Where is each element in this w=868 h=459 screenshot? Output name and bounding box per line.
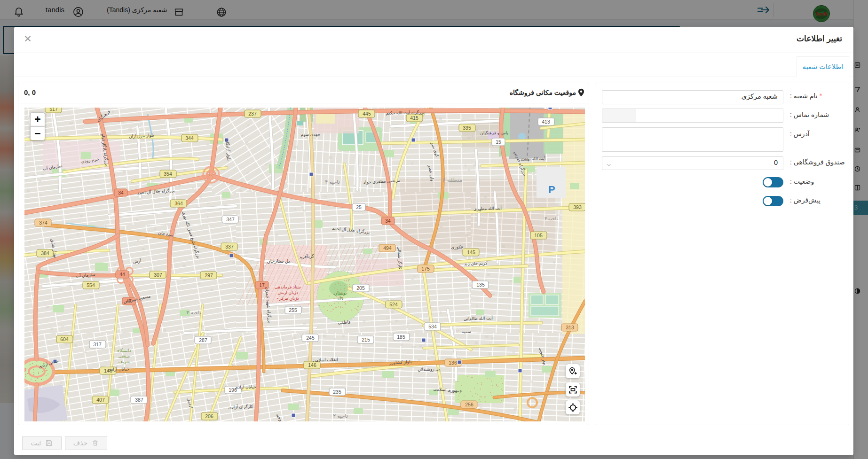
svg-text:صنعتی: صنعتی bbox=[118, 354, 130, 358]
svg-text:235: 235 bbox=[333, 389, 341, 395]
svg-text:ستاد فرماندهی: ستاد فرماندهی bbox=[275, 285, 301, 289]
svg-text:384: 384 bbox=[41, 250, 49, 256]
svg-text:- دژبان مرکز: - دژبان مرکز bbox=[276, 296, 299, 301]
svg-text:297: 297 bbox=[205, 272, 213, 278]
svg-text:347: 347 bbox=[226, 217, 235, 222]
svg-text:445: 445 bbox=[363, 111, 371, 117]
svg-text:کارگران آزادی: کارگران آزادی bbox=[228, 404, 253, 410]
svg-text:34: 34 bbox=[118, 190, 124, 195]
svg-text:پل روشندلان: پل روشندلان bbox=[418, 366, 440, 372]
svg-text:فکوری: فکوری bbox=[451, 245, 463, 250]
svg-text:287: 287 bbox=[199, 337, 207, 343]
svg-text:105: 105 bbox=[534, 233, 543, 238]
svg-text:387: 387 bbox=[135, 397, 143, 403]
svg-text:ناحیه ۳: ناحیه ۳ bbox=[186, 310, 201, 315]
svg-text:205: 205 bbox=[356, 285, 365, 291]
svg-text:407: 407 bbox=[96, 397, 105, 403]
svg-text:منطقه ۶: منطقه ۶ bbox=[442, 177, 462, 183]
svg-text:317: 317 bbox=[93, 342, 102, 347]
svg-text:سمیه: سمیه bbox=[462, 329, 472, 335]
svg-text:بوستان: بوستان bbox=[334, 291, 347, 296]
svg-text:34: 34 bbox=[385, 218, 391, 224]
svg-text:خیابان آزادی: خیابان آزادی bbox=[108, 366, 129, 372]
svg-text:خیابان آزادی: خیابان آزادی bbox=[235, 384, 256, 390]
svg-text:175: 175 bbox=[421, 266, 430, 272]
svg-text:لاله: لاله bbox=[338, 296, 344, 301]
svg-text:25: 25 bbox=[356, 204, 362, 210]
svg-text:گردآفرید: گردآفرید bbox=[299, 253, 315, 259]
svg-text:پل ستارخان: پل ستارخان bbox=[267, 258, 290, 264]
svg-text:554: 554 bbox=[87, 282, 95, 288]
svg-text:ناحیه ۳: ناحیه ۳ bbox=[544, 216, 558, 221]
svg-text:دانشگاه: دانشگاه bbox=[117, 348, 131, 353]
svg-text:44: 44 bbox=[119, 272, 125, 277]
svg-text:17: 17 bbox=[259, 282, 265, 288]
svg-text:15: 15 bbox=[496, 139, 501, 145]
svg-text:534: 534 bbox=[428, 324, 437, 329]
svg-text:206: 206 bbox=[205, 413, 213, 419]
svg-text:335: 335 bbox=[463, 125, 471, 131]
svg-text:پاس و فرهنگیان: پاس و فرهنگیان bbox=[480, 130, 508, 135]
svg-text:364: 364 bbox=[174, 201, 183, 206]
svg-text:604: 604 bbox=[60, 336, 69, 342]
svg-text:دژبان ارتش: دژبان ارتش bbox=[277, 290, 298, 295]
svg-text:255: 255 bbox=[289, 307, 297, 313]
svg-text:307: 307 bbox=[154, 272, 162, 278]
svg-text:256: 256 bbox=[465, 402, 473, 407]
svg-text:185: 185 bbox=[397, 334, 405, 340]
svg-text:P: P bbox=[548, 184, 555, 195]
svg-text:415: 415 bbox=[410, 115, 418, 121]
svg-text:374: 374 bbox=[39, 220, 47, 226]
svg-text:413: 413 bbox=[542, 119, 550, 124]
svg-text:215: 215 bbox=[362, 337, 370, 342]
svg-text:245: 245 bbox=[306, 335, 315, 341]
svg-text:313: 313 bbox=[566, 325, 574, 330]
svg-text:آیت الله طالقانی: آیت الله طالقانی bbox=[464, 315, 493, 321]
svg-text:524: 524 bbox=[389, 302, 398, 307]
svg-text:شریف: شریف bbox=[118, 359, 130, 364]
svg-text:337: 337 bbox=[225, 244, 234, 249]
svg-text:354: 354 bbox=[164, 171, 172, 177]
svg-text:145: 145 bbox=[467, 249, 475, 255]
svg-text:آیت الله مطهری: آیت الله مطهری bbox=[473, 205, 502, 211]
svg-text:237: 237 bbox=[248, 111, 257, 117]
svg-text:344: 344 bbox=[185, 135, 194, 141]
svg-text:517: 517 bbox=[49, 108, 58, 112]
svg-text:ناحیه ۲: ناحیه ۲ bbox=[333, 413, 347, 419]
svg-text:494: 494 bbox=[383, 245, 392, 251]
svg-text:146: 146 bbox=[308, 362, 316, 368]
svg-text:مهدی سوم: مهدی سوم bbox=[300, 132, 320, 137]
svg-text:فاطمی: فاطمی bbox=[338, 320, 350, 325]
svg-text:ناحیه ۴: ناحیه ۴ bbox=[325, 179, 339, 185]
svg-text:آیت الله بهشتی: آیت الله بهشتی bbox=[519, 156, 546, 162]
svg-text:136: 136 bbox=[449, 360, 457, 366]
svg-text:393: 393 bbox=[573, 204, 582, 210]
svg-text:135: 135 bbox=[476, 282, 485, 288]
svg-text:انقلاب اسلامی: انقلاب اسلامی bbox=[313, 357, 338, 363]
